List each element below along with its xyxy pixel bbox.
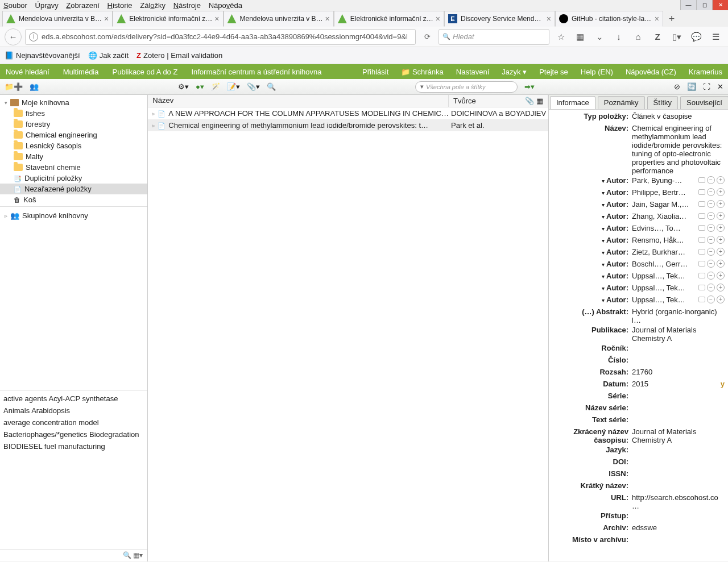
menu-help[interactable]: Nápověda (209, 1, 242, 10)
switch-name-icon[interactable] (698, 177, 705, 183)
add-author-icon[interactable]: + (717, 284, 725, 292)
folder-chemeng[interactable]: Chemical engineering (0, 130, 147, 140)
creator-type[interactable]: Autor: (552, 260, 632, 268)
add-author-icon[interactable]: + (717, 260, 725, 268)
switch-name-icon[interactable] (698, 237, 705, 243)
switch-name-icon[interactable] (698, 249, 705, 255)
remove-author-icon[interactable]: − (707, 200, 715, 208)
add-author-icon[interactable]: + (717, 176, 725, 184)
tab-related[interactable]: Související (680, 96, 728, 109)
creator-type[interactable]: Autor: (552, 272, 632, 280)
tab-close-icon[interactable]: × (547, 14, 551, 23)
browser-tab-3[interactable]: Elektronické informační z…× (334, 11, 444, 27)
switch-name-icon[interactable] (698, 201, 705, 207)
tag-row[interactable]: active agents Acyl-ACP synthetase (3, 393, 144, 405)
col-creator[interactable]: Tvůrce📎 ▦ (449, 95, 548, 107)
reload-button[interactable]: ⟳ (419, 32, 435, 41)
add-author-icon[interactable]: + (717, 295, 725, 303)
new-collection-icon[interactable]: 📁➕ (5, 82, 23, 91)
remove-author-icon[interactable]: − (707, 224, 715, 232)
folder-stavebni[interactable]: Stavební chemie (0, 162, 147, 173)
creator-type[interactable]: Autor: (552, 200, 632, 209)
browser-tab-1[interactable]: Elektronické informační z…× (113, 11, 223, 27)
nav-new-search[interactable]: Nové hledání (6, 68, 49, 76)
add-author-icon[interactable]: + (717, 212, 725, 220)
remove-author-icon[interactable]: − (707, 260, 715, 268)
downloads-icon[interactable]: ↓ (611, 29, 627, 45)
pocket-icon[interactable]: ⌄ (592, 29, 607, 45)
item-row[interactable]: ▹A NEW APPROACH FOR THE COLUMN APPARATUS… (148, 107, 548, 119)
back-button[interactable]: ← (5, 28, 22, 45)
close-zotero-icon[interactable]: ✕ (717, 82, 723, 91)
sync-icon[interactable]: 🔄 (687, 82, 696, 91)
locate-icon[interactable]: ➡▾ (524, 82, 535, 91)
switch-name-icon[interactable] (698, 261, 705, 267)
advanced-search-icon[interactable]: 🔍 (267, 82, 276, 91)
field-pages[interactable]: 21760 (632, 368, 725, 376)
wand-icon[interactable]: 🪄 (211, 82, 220, 91)
menu-history[interactable]: Historie (107, 1, 133, 10)
tag-row[interactable]: Bacteriophages/*genetics Biodegradation (3, 428, 144, 440)
hamburger-icon[interactable]: ☰ (708, 29, 723, 45)
menu-bookmarks[interactable]: Záložky (140, 1, 166, 10)
creator-type[interactable]: Autor: (552, 248, 632, 256)
field-title[interactable]: Chemical engineering of methylammonium l… (632, 124, 725, 175)
field-author[interactable]: Rensmo, Håk… (632, 236, 696, 244)
creator-type[interactable]: Autor: (552, 176, 632, 185)
add-author-icon[interactable]: + (717, 200, 725, 208)
bookmark-most-visited[interactable]: 📘 Nejnavštěvovanější (5, 51, 80, 60)
field-author[interactable]: Uppsal…, Tek… (632, 295, 696, 304)
actions-gear-icon[interactable]: ⚙▾ (178, 82, 189, 91)
sync-stop-icon[interactable]: ⊘ (674, 82, 680, 91)
field-archive[interactable]: edsswe (632, 523, 725, 532)
menu-file[interactable]: Soubor (3, 1, 27, 10)
nav-help-cz[interactable]: Nápověda (CZ) (626, 68, 676, 76)
url-input[interactable] (42, 32, 412, 41)
remove-author-icon[interactable]: − (707, 284, 715, 292)
folder-lesnicky[interactable]: Lesnický časopis (0, 140, 147, 151)
nav-signin[interactable]: Přihlásit (362, 68, 388, 76)
tag-row[interactable]: average concentration model (3, 417, 144, 428)
duplicate-items[interactable]: Duplicitní položky (0, 173, 147, 184)
tab-close-icon[interactable]: × (655, 14, 659, 23)
nav-multimedia[interactable]: Multimédia (63, 68, 99, 76)
home-icon[interactable]: ⌂ (630, 29, 646, 45)
field-date[interactable]: 2015 y (632, 380, 725, 388)
col-title[interactable]: Název (148, 95, 449, 107)
site-info-icon[interactable]: i (29, 32, 38, 41)
trash[interactable]: Koš (0, 194, 147, 205)
browser-tab-4[interactable]: EDiscovery Service Mendel…× (444, 11, 555, 27)
folder-malty[interactable]: Malty (0, 151, 147, 162)
add-author-icon[interactable]: + (717, 224, 725, 232)
tab-close-icon[interactable]: × (325, 14, 330, 23)
zotero-save-icon[interactable]: ▦ (572, 29, 588, 45)
nav-folder[interactable]: 📁 Schránka (401, 68, 444, 76)
sidebar-icon[interactable]: ▯▾ (669, 29, 685, 45)
switch-name-icon[interactable] (698, 189, 705, 195)
field-url[interactable]: http://search.ebscohost.co… (632, 493, 725, 510)
group-libraries[interactable]: 👥 Skupinové knihovny (0, 210, 147, 221)
tag-filter[interactable]: 🔍 ▦▾ (0, 549, 147, 561)
field-author[interactable]: Philippe, Bertr… (632, 188, 696, 197)
nav-publications[interactable]: Publikace od A do Z (112, 68, 177, 76)
browser-tab-2[interactable]: Mendelova univerzita v B…× (224, 11, 334, 27)
minimize-button[interactable]: — (680, 0, 696, 10)
nav-help-en[interactable]: Help (EN) (581, 68, 613, 76)
bookmark-zotero[interactable]: Z Zotero | Email validation (136, 51, 222, 60)
field-author[interactable]: Edvins…, To… (632, 224, 696, 232)
folder-fishes[interactable]: fishes (0, 108, 147, 119)
new-tab-button[interactable]: + (663, 11, 680, 27)
folder-forestry[interactable]: forestry (0, 119, 147, 130)
creator-type[interactable]: Autor: (552, 284, 632, 292)
tab-tags[interactable]: Štítky (647, 96, 679, 109)
my-library[interactable]: ▾Moje knihovna (0, 97, 147, 108)
bookmark-getting-started[interactable]: 🌐 Jak začít (88, 51, 129, 60)
switch-name-icon[interactable] (698, 297, 705, 302)
creator-type[interactable]: Autor: (552, 188, 632, 197)
remove-author-icon[interactable]: − (707, 236, 715, 244)
attach-icon[interactable]: 📎▾ (247, 82, 260, 91)
creator-type[interactable]: Autor: (552, 212, 632, 220)
new-item-icon[interactable]: ●▾ (196, 82, 204, 91)
nav-language[interactable]: Jazyk ▾ (502, 68, 527, 76)
chat-icon[interactable]: 💬 (688, 29, 704, 45)
